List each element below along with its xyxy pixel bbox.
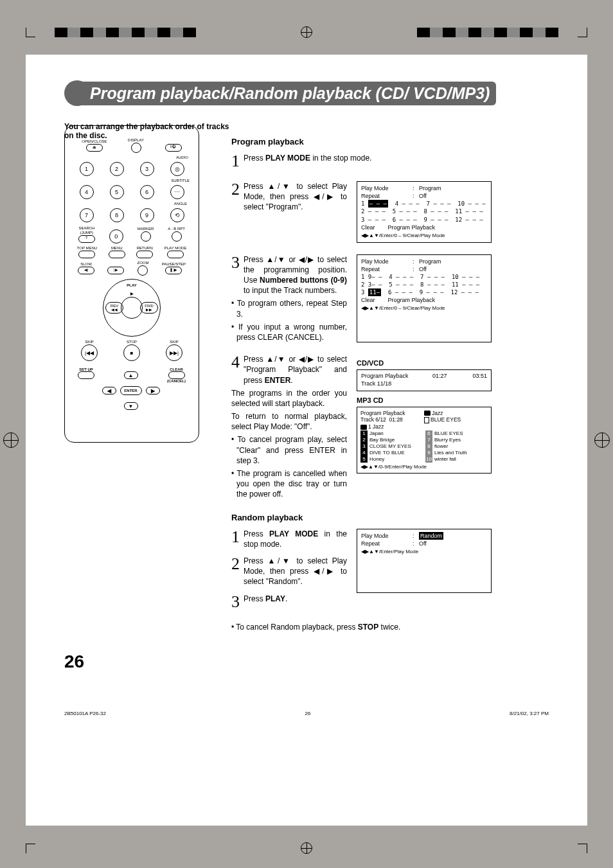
crop-marks-bottom bbox=[0, 835, 613, 861]
registration-mark-icon bbox=[594, 432, 610, 448]
osd-panel-mp3: Program Playback Jazz Track 6/12 01:28 B… bbox=[357, 407, 492, 474]
step-number: 1 bbox=[231, 153, 240, 170]
cd-vcd-label: CD/VCD bbox=[357, 359, 492, 367]
step-text: Press PLAY MODE in the stop mode. bbox=[244, 153, 371, 163]
folder-icon bbox=[360, 425, 367, 430]
osd-panel-program-filled: Play Mode: Program Repeat: Off 1 9– – 4 … bbox=[357, 254, 492, 343]
page-number: 26 bbox=[64, 651, 549, 672]
footer-line: 2B50101A P26-32 26 8/21/02, 3:27 PM bbox=[64, 711, 549, 716]
osd-panel-cdvcd: Program Playback01:2703:51 Track 11/18 bbox=[357, 369, 492, 391]
osd-panel-random: Play Mode: Random Repeat: Off ◀▶▲▼/Enter… bbox=[357, 529, 492, 593]
program-heading: Program playback bbox=[231, 137, 549, 146]
page: Program playback/Random playback (CD/ VC… bbox=[0, 0, 613, 868]
registration-mark-icon bbox=[3, 432, 19, 448]
random-heading: Random playback bbox=[231, 513, 549, 522]
mp3-cd-label: MP3 CD bbox=[357, 396, 492, 404]
intro-text: You can arrange the playback order of tr… bbox=[64, 122, 231, 140]
page-title: Program playback/Random playback (CD/ VC… bbox=[74, 82, 496, 105]
osd-panel-program-empty: Play Mode: Program Repeat: Off 1 – – – 4… bbox=[357, 181, 492, 243]
registration-mark-icon bbox=[301, 842, 312, 854]
power-icon: I/⏻ bbox=[165, 144, 182, 152]
file-icon bbox=[424, 417, 429, 423]
registration-mark-icon bbox=[301, 26, 312, 38]
crop-marks-top bbox=[0, 19, 613, 45]
paper: Program playback/Random playback (CD/ VC… bbox=[26, 55, 587, 826]
remote-illustration: OPEN/CLOSE⏏ DISPLAY I/⏻ AUDIO 123◎ SUBTI… bbox=[64, 125, 199, 443]
page-title-bar: Program playback/Random playback (CD/ VC… bbox=[64, 80, 549, 106]
folder-icon bbox=[424, 411, 431, 416]
